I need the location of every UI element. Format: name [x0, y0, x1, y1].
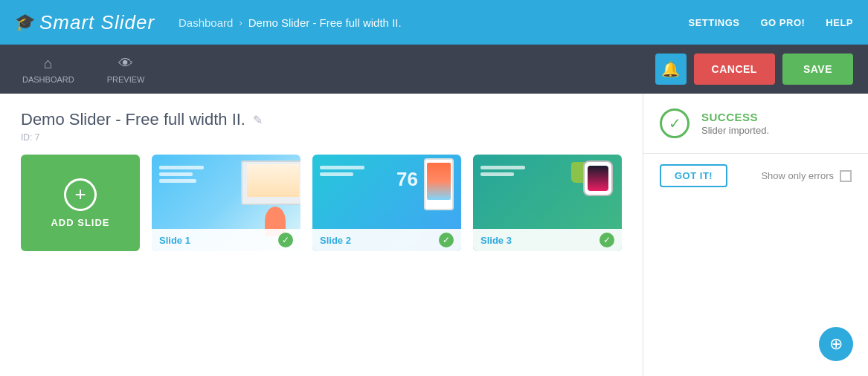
main-content: Demo Slider - Free full width II. ✎ ID: … [0, 94, 868, 376]
slide2-number-label: 2 [346, 235, 351, 246]
add-slide-label: ADD SLIDE [51, 217, 109, 228]
slide3-footer: Slide 3 ✓ [473, 229, 622, 251]
slide1-name: Slide 1 [159, 235, 190, 246]
slide1-number: 1 [185, 235, 190, 246]
slide2-text-decoration [320, 166, 364, 179]
save-button[interactable]: SAVE [782, 54, 853, 85]
slide3-watch [577, 161, 618, 209]
slide2-label: Slide [320, 235, 346, 246]
slide1-laptop [241, 161, 300, 205]
toolbar: ⌂ DASHBOARD 👁 PREVIEW 🔔 CANCEL SAVE [0, 45, 868, 94]
slide2-number: 76 [396, 168, 418, 191]
home-icon: ⌂ [44, 55, 53, 72]
slide3-name: Slide 3 [480, 235, 512, 246]
toolbar-left: ⌂ DASHBOARD 👁 PREVIEW [15, 51, 655, 88]
toolbar-preview-label: PREVIEW [107, 75, 145, 84]
bell-icon: 🔔 [661, 60, 680, 78]
left-panel: Demo Slider - Free full width II. ✎ ID: … [0, 94, 643, 376]
bell-button[interactable]: 🔔 [655, 54, 687, 85]
slider-title-row: Demo Slider - Free full width II. ✎ [21, 110, 622, 129]
logo-area: 🎓 Smart Slider [15, 11, 179, 34]
help-link[interactable]: HELP [826, 17, 853, 28]
slide1-laptop-screen [247, 164, 299, 197]
slide1-check: ✓ [278, 233, 293, 247]
slide3-text-decoration [480, 166, 525, 179]
success-banner: ✓ SUCCESS Slider imported. [643, 94, 868, 154]
top-nav-right: SETTINGS GO PRO! HELP [688, 17, 853, 28]
slide2-name: Slide 2 [320, 235, 351, 246]
logo-text: Smart Slider [39, 11, 155, 34]
success-message: Slider imported. [701, 125, 769, 136]
slide-card-3[interactable]: Slide 3 ✓ [473, 155, 622, 251]
slider-title: Demo Slider - Free full width II. [21, 110, 245, 129]
slide3-label: Slide [480, 235, 507, 246]
slide1-line3 [159, 179, 196, 183]
logo-icon: 🎓 [15, 13, 35, 32]
slide3-watch-screen [588, 166, 608, 191]
slide1-text-decoration [159, 166, 204, 186]
slide2-check: ✓ [439, 233, 454, 247]
cancel-button[interactable]: CANCEL [694, 54, 775, 85]
slides-row: + ADD SLIDE S [21, 155, 622, 251]
slide-card-1[interactable]: Slide 1 ✓ [152, 155, 300, 251]
help-circle-button[interactable]: ⊕ [819, 327, 853, 361]
slide3-check: ✓ [599, 233, 614, 247]
toolbar-right: 🔔 CANCEL SAVE [655, 54, 853, 85]
got-it-button[interactable]: GOT IT! [660, 164, 727, 187]
toolbar-dashboard[interactable]: ⌂ DASHBOARD [15, 51, 82, 88]
breadcrumb: Dashboard › Demo Slider - Free full widt… [179, 16, 688, 29]
slide1-label: Slide [159, 235, 185, 246]
error-checkbox[interactable] [840, 170, 852, 182]
breadcrumb-current: Demo Slider - Free full width II. [248, 16, 402, 29]
slide1-line2 [159, 172, 193, 176]
slide2-phone-screen [427, 163, 451, 200]
add-slide-button[interactable]: + ADD SLIDE [21, 155, 140, 251]
settings-link[interactable]: SETTINGS [688, 17, 739, 28]
slide3-watch-body [583, 161, 613, 196]
breadcrumb-separator: › [239, 17, 242, 28]
success-footer: GOT IT! Show only errors [643, 154, 868, 198]
toolbar-preview[interactable]: 👁 PREVIEW [100, 51, 152, 88]
preview-icon: 👁 [118, 55, 133, 72]
slide2-footer: Slide 2 ✓ [312, 229, 461, 251]
add-slide-plus-icon: + [64, 178, 97, 211]
breadcrumb-dashboard[interactable]: Dashboard [179, 16, 233, 29]
success-title: SUCCESS [701, 111, 769, 123]
toolbar-dashboard-label: DASHBOARD [22, 75, 74, 84]
gopro-link[interactable]: GO PRO! [760, 17, 805, 28]
edit-icon[interactable]: ✎ [253, 113, 263, 127]
slide2-line1 [320, 166, 364, 169]
top-nav: 🎓 Smart Slider Dashboard › Demo Slider -… [0, 0, 868, 45]
slide3-line1 [480, 166, 525, 169]
slide2-phone [424, 158, 454, 210]
show-only-errors-label: Show only errors [761, 170, 834, 181]
slider-id: ID: 7 [21, 132, 622, 143]
slide-card-2[interactable]: 76 Slide 2 ✓ [312, 155, 461, 251]
help-circle-icon: ⊕ [829, 334, 843, 354]
show-only-errors: Show only errors [761, 170, 852, 182]
slide3-line2 [480, 172, 514, 176]
slide2-line2 [320, 172, 353, 176]
slide1-line1 [159, 166, 204, 169]
success-icon: ✓ [660, 108, 689, 138]
slide1-footer: Slide 1 ✓ [152, 229, 300, 251]
success-text-group: SUCCESS Slider imported. [701, 111, 769, 136]
success-icon-wrap: ✓ [660, 108, 689, 138]
slide3-number-label: 3 [507, 235, 512, 246]
